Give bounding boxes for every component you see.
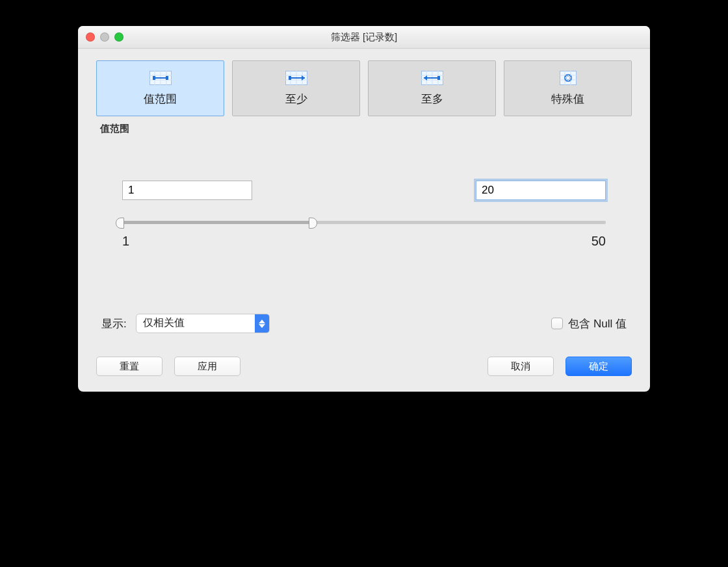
checkbox-icon	[551, 318, 563, 329]
display-label: 显示:	[101, 316, 127, 331]
tab-at-least-label: 至少	[285, 92, 307, 107]
zoom-window-button[interactable]	[114, 32, 124, 42]
filter-type-tabs: 值范围 至少	[96, 60, 632, 116]
range-from-input[interactable]	[122, 181, 252, 200]
tab-at-least[interactable]: 至少	[232, 60, 360, 116]
stepper-arrows-icon	[255, 314, 269, 333]
ok-button[interactable]: 确定	[566, 357, 632, 376]
display-select-value: 仅相关值	[136, 314, 255, 333]
range-slider[interactable]	[122, 216, 606, 229]
slider-thumb-from[interactable]	[116, 218, 124, 229]
reset-button[interactable]: 重置	[96, 357, 162, 376]
filter-dialog: 筛选器 [记录数] 值范围	[78, 26, 650, 392]
range-icon	[150, 71, 172, 85]
display-select[interactable]: 仅相关值	[136, 314, 270, 333]
tab-range-label: 值范围	[144, 92, 177, 107]
slider-fill	[122, 221, 310, 224]
dialog-content: 值范围 至少	[78, 49, 650, 392]
special-icon	[560, 71, 577, 85]
range-to-input[interactable]	[476, 181, 606, 200]
svg-rect-8	[166, 76, 168, 80]
tab-special-label: 特殊值	[551, 92, 584, 107]
include-null-label: 包含 Null 值	[568, 316, 627, 331]
tab-range[interactable]: 值范围	[96, 60, 224, 116]
tab-at-most-label: 至多	[421, 92, 443, 107]
svg-rect-7	[153, 76, 155, 80]
tab-special[interactable]: 特殊值	[504, 60, 632, 116]
slider-min-label: 1	[122, 234, 129, 249]
range-inputs	[122, 181, 606, 200]
at-least-icon	[285, 71, 307, 85]
options-row: 显示: 仅相关值 包含 Null 值	[96, 314, 632, 333]
minimize-window-button[interactable]	[100, 32, 109, 42]
svg-marker-37	[259, 320, 265, 323]
window-title: 筛选器 [记录数]	[78, 31, 650, 44]
slider-thumb-to[interactable]	[309, 218, 317, 229]
close-window-button[interactable]	[86, 32, 95, 42]
dialog-buttons: 重置 应用 取消 确定	[96, 357, 632, 376]
titlebar: 筛选器 [记录数]	[78, 26, 650, 49]
display-group: 显示: 仅相关值	[101, 314, 270, 333]
tab-at-most[interactable]: 至多	[368, 60, 496, 116]
section-subheading: 值范围	[100, 123, 632, 135]
include-null-checkbox[interactable]: 包含 Null 值	[551, 316, 627, 331]
cancel-button[interactable]: 取消	[488, 357, 554, 376]
svg-rect-26	[437, 76, 440, 80]
apply-button[interactable]: 应用	[174, 357, 240, 376]
window-controls	[86, 32, 124, 42]
slider-max-label: 50	[592, 234, 606, 249]
slider-labels: 1 50	[122, 234, 606, 249]
range-section: 1 50	[96, 181, 632, 249]
svg-rect-16	[289, 76, 291, 80]
at-most-icon	[421, 71, 443, 85]
svg-marker-38	[259, 324, 265, 328]
